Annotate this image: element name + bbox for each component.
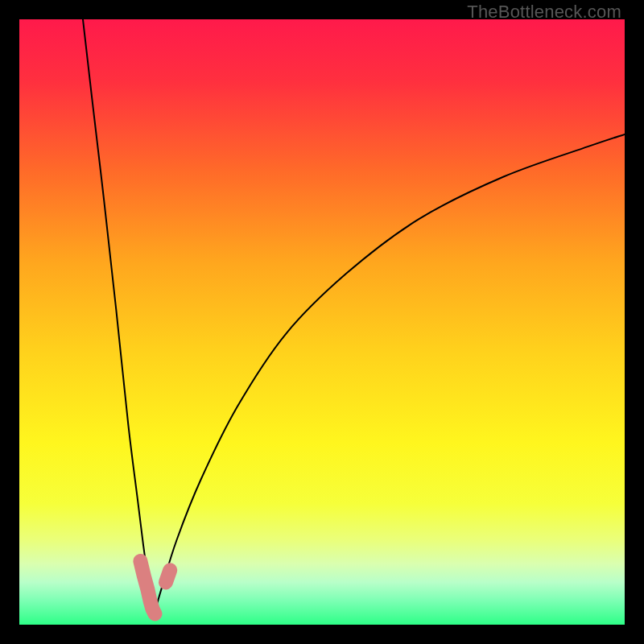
chart-frame: TheBottleneck.com <box>0 0 644 644</box>
watermark-text: TheBottleneck.com <box>467 2 621 23</box>
curve-right-branch <box>154 134 625 616</box>
highlight-left-cluster <box>140 561 155 613</box>
curve-layer <box>19 19 625 625</box>
curve-left-branch <box>83 19 154 616</box>
highlight-right-cluster <box>166 570 170 582</box>
plot-area <box>19 19 625 625</box>
